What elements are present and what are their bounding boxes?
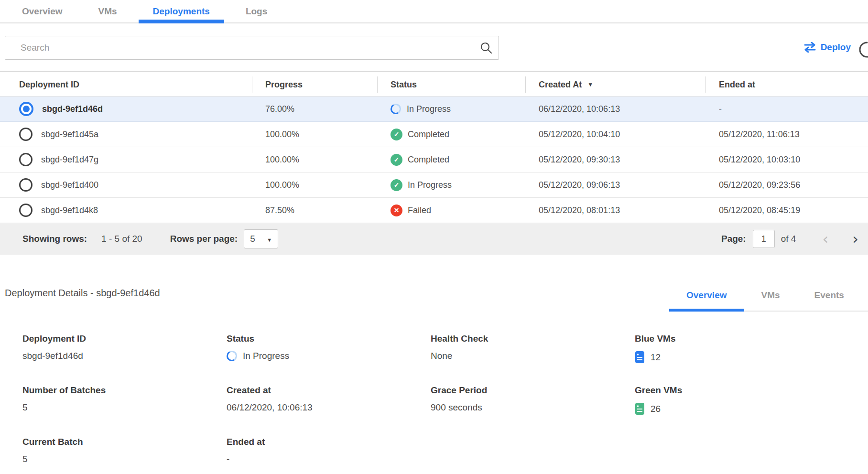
deploy-swap-icon	[803, 42, 816, 53]
row-radio[interactable]	[19, 204, 33, 217]
tab-logs[interactable]: Logs	[231, 0, 282, 22]
deployment-id-cell: sbgd-9ef1d4k8	[0, 204, 252, 217]
status-text: Failed	[408, 205, 431, 215]
field-value: 12	[651, 352, 661, 363]
deployment-id-text: sbgd-9ef1d46d	[42, 104, 103, 114]
completed-check-icon	[391, 129, 402, 140]
status-text: Completed	[408, 129, 449, 140]
search-icon	[480, 42, 492, 54]
deploy-button[interactable]: Deploy	[803, 42, 851, 53]
pagination: Page: of 4	[721, 230, 858, 248]
status-text: In Progress	[408, 180, 452, 190]
completed-check-icon	[391, 179, 402, 191]
search-container	[5, 36, 499, 60]
deployment-id-text: sbgd-9ef1d45a	[41, 129, 98, 140]
table-row[interactable]: sbgd-9ef1d46d 76.00% In Progress 06/12/2…	[0, 97, 868, 122]
progress-cell: 100.00%	[252, 180, 377, 190]
deployment-details-header: Deployment Details - sbgd-9ef1d46d Overv…	[0, 282, 868, 312]
green-vm-icon	[635, 402, 645, 415]
rows-per-page-value: 5	[250, 234, 255, 244]
table-row[interactable]: sbgd-9ef1d400 100.00% In Progress 05/12/…	[0, 172, 868, 198]
deploy-button-label: Deploy	[821, 42, 851, 53]
failed-x-icon	[391, 205, 402, 216]
field-health-check: Health Check None	[431, 334, 635, 385]
details-tab-overview[interactable]: Overview	[669, 282, 744, 311]
field-value: 900 seconds	[431, 402, 635, 413]
previous-page-icon[interactable]	[822, 231, 828, 247]
field-label: Current Batch	[22, 437, 227, 447]
field-label: Deployment ID	[22, 334, 227, 344]
status-cell: Completed	[377, 154, 525, 166]
page-number-input[interactable]	[753, 230, 775, 248]
field-label: Number of Batches	[22, 385, 227, 396]
field-label: Created at	[227, 385, 431, 396]
field-green-vms: Green VMs 26	[635, 385, 868, 437]
created-at-cell: 06/12/2020, 10:06:13	[525, 104, 705, 114]
ended-at-cell: -	[705, 104, 868, 114]
status-text: Completed	[408, 155, 449, 165]
field-number-of-batches: Number of Batches 5	[22, 385, 227, 437]
showing-rows-label: Showing rows:	[22, 234, 87, 244]
in-progress-spinner-icon	[390, 103, 402, 116]
sort-desc-icon	[587, 81, 593, 88]
tab-overview[interactable]: Overview	[8, 0, 77, 22]
ended-at-cell: 05/12/2020, 09:23:56	[705, 180, 868, 190]
refresh-icon[interactable]	[858, 41, 868, 58]
deployment-id-cell: sbgd-9ef1d45a	[0, 128, 252, 141]
search-input[interactable]	[5, 36, 499, 60]
deployment-id-cell: sbgd-9ef1d46d	[0, 102, 252, 116]
field-label: Grace Period	[431, 385, 635, 396]
field-label: Health Check	[431, 334, 635, 344]
field-label: Status	[227, 334, 431, 344]
in-progress-spinner-icon	[226, 350, 239, 363]
details-overview-grid: Deployment ID sbgd-9ef1d46d Status In Pr…	[22, 334, 868, 474]
rows-per-page-select[interactable]: 5	[244, 229, 278, 248]
field-value: 5	[22, 402, 227, 413]
row-radio[interactable]	[19, 128, 33, 141]
field-label: Blue VMs	[635, 334, 868, 344]
status-cell: In Progress	[377, 179, 525, 191]
status-cell: In Progress	[377, 104, 525, 114]
deployment-id-text: sbgd-9ef1d47g	[41, 155, 98, 165]
created-at-cell: 05/12/2020, 09:06:13	[525, 180, 705, 190]
table-footer: Showing rows: 1 - 5 of 20 Rows per page:…	[0, 223, 868, 255]
status-cell: Completed	[377, 129, 525, 140]
field-deployment-id: Deployment ID sbgd-9ef1d46d	[22, 334, 227, 385]
rows-per-page-label: Rows per page:	[170, 234, 238, 244]
blue-vm-icon	[635, 351, 645, 364]
created-at-cell: 05/12/2020, 09:30:13	[525, 155, 705, 165]
progress-cell: 100.00%	[252, 129, 377, 140]
row-radio-selected[interactable]	[19, 102, 33, 116]
deployment-id-cell: sbgd-9ef1d47g	[0, 153, 252, 166]
deployment-details-title: Deployment Details - sbgd-9ef1d46d	[5, 288, 160, 299]
next-page-icon[interactable]	[852, 231, 858, 247]
main-tab-bar: Overview VMs Deployments Logs	[0, 0, 868, 23]
field-grace-period: Grace Period 900 seconds	[431, 385, 635, 437]
field-current-batch: Current Batch 5	[22, 437, 227, 474]
created-at-header-label: Created At	[539, 80, 582, 90]
column-header-deployment-id: Deployment ID	[0, 72, 252, 97]
row-radio[interactable]	[19, 153, 33, 166]
table-row[interactable]: sbgd-9ef1d47g 100.00% Completed 05/12/20…	[0, 147, 868, 172]
column-header-created-at[interactable]: Created At	[525, 72, 705, 97]
column-header-progress: Progress	[252, 72, 377, 97]
table-row[interactable]: sbgd-9ef1d4k8 87.50% Failed 05/12/2020, …	[0, 198, 868, 223]
field-ended-at: Ended at -	[227, 437, 431, 474]
created-at-cell: 05/12/2020, 08:01:13	[525, 205, 705, 215]
showing-rows-value: 1 - 5 of 20	[101, 234, 142, 244]
details-tab-events[interactable]: Events	[797, 282, 861, 311]
column-header-ended-at: Ended at	[705, 72, 868, 97]
details-tab-vms[interactable]: VMs	[744, 282, 797, 311]
ended-at-cell: 05/12/2020, 11:06:13	[705, 129, 868, 140]
tab-deployments[interactable]: Deployments	[139, 0, 224, 22]
progress-cell: 100.00%	[252, 155, 377, 165]
deployment-id-text: sbgd-9ef1d4k8	[41, 205, 98, 215]
deployment-id-cell: sbgd-9ef1d400	[0, 178, 252, 192]
table-row[interactable]: sbgd-9ef1d45a 100.00% Completed 05/12/20…	[0, 122, 868, 147]
tab-vms[interactable]: VMs	[84, 0, 131, 22]
progress-cell: 87.50%	[252, 205, 377, 215]
row-radio[interactable]	[19, 178, 33, 192]
deployment-id-text: sbgd-9ef1d400	[41, 180, 98, 190]
status-cell: Failed	[377, 205, 525, 216]
field-status: Status In Progress	[227, 334, 431, 385]
